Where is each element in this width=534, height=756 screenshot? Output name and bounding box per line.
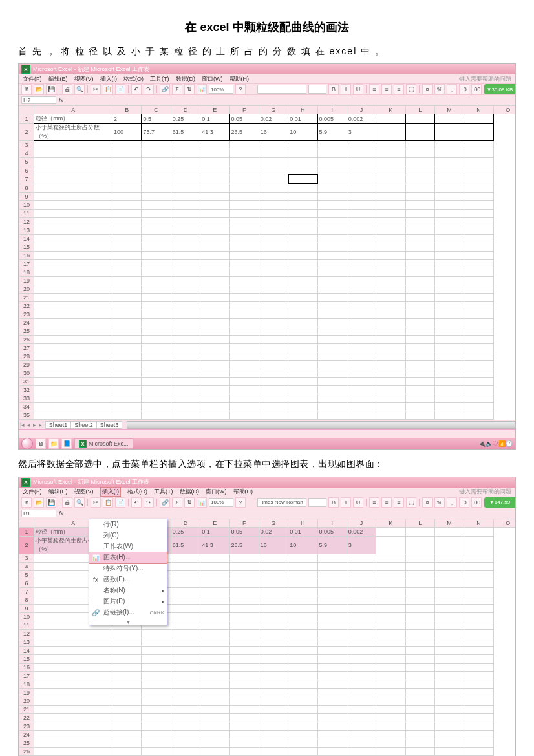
chart-icon[interactable]: 📊 <box>197 497 207 508</box>
redo-icon[interactable]: ↷ <box>144 497 154 508</box>
menu-item[interactable]: 帮助(H) <box>230 75 250 83</box>
redo-icon[interactable]: ↷ <box>144 84 154 94</box>
menu-item[interactable]: 格式(O) <box>127 488 147 496</box>
currency-icon[interactable]: ¤ <box>422 84 433 94</box>
fx-icon[interactable]: fx <box>59 97 63 103</box>
insert-menu-item[interactable]: 🔗超链接(I)...Ctrl+K <box>89 607 167 618</box>
zoom-box[interactable]: 100% <box>209 498 233 507</box>
insert-menu-item[interactable]: 列(C) <box>89 530 167 541</box>
preview-icon[interactable]: 🔍 <box>74 84 85 94</box>
copy-icon[interactable]: 📋 <box>103 84 113 94</box>
menu-item[interactable]: 视图(V) <box>74 75 94 83</box>
new-icon[interactable]: 🗎 <box>21 497 32 508</box>
menu-item[interactable]: 帮助(H) <box>233 488 253 496</box>
copy-icon[interactable]: 📋 <box>103 497 113 508</box>
tab-sheet2[interactable]: Sheet2 <box>70 421 97 429</box>
insert-menu-item[interactable]: 图片(P)▸ <box>89 596 167 607</box>
insert-menu-item[interactable]: 行(R) <box>89 519 167 530</box>
help-icon[interactable]: ? <box>235 497 246 508</box>
dec-dec-icon[interactable]: .00 <box>471 497 482 508</box>
tab-sheet1[interactable]: Sheet1 <box>45 421 72 429</box>
sum-icon[interactable]: Σ <box>172 497 182 508</box>
menu-item[interactable]: 工具(T) <box>150 75 169 83</box>
h-scrollbar[interactable] <box>127 421 515 429</box>
name-box[interactable]: H7 <box>21 96 56 104</box>
cut-icon[interactable]: ✂ <box>91 84 101 94</box>
font-box[interactable] <box>257 85 306 94</box>
task-excel[interactable]: XMicrosoft Exc... <box>74 438 133 449</box>
dec-inc-icon[interactable]: .0 <box>459 84 469 94</box>
percent-icon[interactable]: % <box>434 84 445 94</box>
font-box[interactable]: Times New Roman <box>257 498 306 507</box>
save-icon[interactable]: 💾 <box>46 497 56 508</box>
paste-icon[interactable]: 📄 <box>115 497 125 508</box>
menu-bar[interactable]: 文件(F)编辑(E)视图(V)插入(I)格式(O)工具(T)数据(D)窗口(W)… <box>19 74 515 83</box>
comma-icon[interactable]: , <box>447 497 457 508</box>
dec-inc-icon[interactable]: .0 <box>459 497 469 508</box>
undo-icon[interactable]: ↶ <box>131 84 142 94</box>
insert-menu[interactable]: 行(R)列(C)工作表(W)📊图表(H)...特殊符号(Y)...fx函数(F)… <box>89 519 167 625</box>
fx-icon[interactable]: fx <box>59 510 63 517</box>
align-center-icon[interactable]: ≡ <box>381 497 392 508</box>
menu-item[interactable]: 插入(I) <box>100 487 122 497</box>
italic-icon[interactable]: I <box>341 497 351 508</box>
align-left-icon[interactable]: ≡ <box>369 84 379 94</box>
menu-item[interactable]: 工具(T) <box>154 488 173 496</box>
menu-item[interactable]: 数据(D) <box>176 75 196 83</box>
sum-icon[interactable]: Σ <box>172 84 182 94</box>
menu-item[interactable]: 编辑(E) <box>48 488 68 496</box>
menu-item[interactable]: 文件(F) <box>23 488 42 496</box>
menu-item[interactable]: 视图(V) <box>74 488 94 496</box>
name-box[interactable]: B1 <box>21 510 56 517</box>
bold-icon[interactable]: B <box>328 84 339 94</box>
menu-item[interactable]: 数据(D) <box>180 488 200 496</box>
merge-icon[interactable]: ⬚ <box>406 497 416 508</box>
align-right-icon[interactable]: ≡ <box>394 497 404 508</box>
insert-menu-item[interactable]: 工作表(W) <box>89 541 167 552</box>
quick-1[interactable]: 🖥 <box>36 438 46 449</box>
sheet-tabs[interactable]: |◂◂▸▸| Sheet1 Sheet2 Sheet3 <box>19 420 515 429</box>
quick-3[interactable]: 📘 <box>61 438 72 449</box>
zoom-box[interactable]: 100% <box>209 85 233 94</box>
standard-toolbar[interactable]: 🗎 📂 💾 🖨 🔍 ✂ 📋 📄 ↶ ↷ 🔗 Σ ⇅ 📊 100% ? Times… <box>19 497 515 508</box>
size-box[interactable] <box>308 85 326 94</box>
undo-icon[interactable]: ↶ <box>131 497 142 508</box>
new-icon[interactable]: 🗎 <box>21 84 32 94</box>
menu-bar[interactable]: 文件(F)编辑(E)视图(V)插入(I)格式(O)工具(T)数据(D)窗口(W)… <box>19 488 515 497</box>
dec-dec-icon[interactable]: .00 <box>471 84 482 94</box>
merge-icon[interactable]: ⬚ <box>406 84 416 94</box>
standard-toolbar[interactable]: 🗎 📂 💾 🖨 🔍 ✂ 📋 📄 ↶ ↷ 🔗 Σ ⇅ 📊 100% ? B I <box>19 83 515 94</box>
menu-item[interactable]: 窗口(W) <box>202 75 223 83</box>
comma-icon[interactable]: , <box>447 84 457 94</box>
link-icon[interactable]: 🔗 <box>160 497 170 508</box>
insert-menu-item[interactable]: 📊图表(H)... <box>89 552 167 564</box>
size-box[interactable] <box>308 498 326 507</box>
preview-icon[interactable]: 🔍 <box>74 497 85 508</box>
insert-menu-item[interactable]: 名称(N)▸ <box>89 585 167 596</box>
print-icon[interactable]: 🖨 <box>62 497 72 508</box>
menu-item[interactable]: 插入(I) <box>100 75 118 83</box>
sort-icon[interactable]: ⇅ <box>184 84 195 94</box>
menu-item[interactable]: 编辑(E) <box>48 75 68 83</box>
insert-menu-item[interactable]: 特殊符号(Y)... <box>89 563 167 574</box>
underline-icon[interactable]: U <box>353 84 363 94</box>
sort-icon[interactable]: ⇅ <box>184 497 195 508</box>
cut-icon[interactable]: ✂ <box>91 497 101 508</box>
paste-icon[interactable]: 📄 <box>115 84 125 94</box>
quick-2[interactable]: 📁 <box>48 438 59 449</box>
menu-item[interactable]: 文件(F) <box>23 75 42 83</box>
help-icon[interactable]: ? <box>235 84 246 94</box>
start-button[interactable] <box>21 438 33 449</box>
menu-item[interactable]: 格式(O) <box>123 75 144 83</box>
italic-icon[interactable]: I <box>341 84 351 94</box>
chart-icon[interactable]: 📊 <box>197 84 207 94</box>
align-right-icon[interactable]: ≡ <box>394 84 404 94</box>
currency-icon[interactable]: ¤ <box>422 497 433 508</box>
align-left-icon[interactable]: ≡ <box>369 497 379 508</box>
align-center-icon[interactable]: ≡ <box>381 84 392 94</box>
menu-item[interactable]: 窗口(W) <box>206 488 227 496</box>
save-icon[interactable]: 💾 <box>46 84 56 94</box>
spreadsheet-grid[interactable]: ABCDEFGHIJKLMNO1粒径（mm）20.50.250.10.050.0… <box>19 105 515 420</box>
insert-menu-item[interactable]: fx函数(F)... <box>89 574 167 585</box>
underline-icon[interactable]: U <box>353 497 363 508</box>
